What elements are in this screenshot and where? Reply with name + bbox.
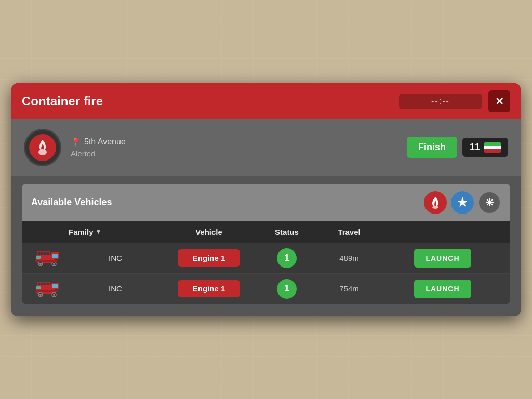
vehicles-table: Family ▼ Vehicle Status Travel <box>22 221 510 304</box>
sort-arrow-icon: ▼ <box>96 228 102 235</box>
svg-point-23 <box>53 294 55 296</box>
score-badge: 11 <box>462 138 508 157</box>
col-header-action <box>380 228 505 236</box>
col-header-travel: Travel <box>318 228 380 236</box>
vehicles-title: Available Vehicles <box>31 197 112 208</box>
table-row: INC Engine 1 1 754m LAUNCH <box>22 273 510 304</box>
location-row: 📍 5th Avenue <box>71 137 126 147</box>
row1-family: INC <box>69 254 162 262</box>
header-right: --:-- ✕ <box>399 90 510 112</box>
svg-rect-24 <box>36 286 41 289</box>
svg-rect-25 <box>35 290 58 292</box>
launch-button-2[interactable]: LAUNCH <box>414 280 471 298</box>
row2-icon <box>27 281 69 297</box>
col-header-family: Family ▼ <box>69 228 162 236</box>
location-text: 5th Avenue <box>84 137 126 147</box>
table-header: Family ▼ Vehicle Status Travel <box>22 221 510 243</box>
svg-point-8 <box>53 263 55 265</box>
row1-icon <box>27 250 69 266</box>
score-value: 11 <box>470 142 480 153</box>
svg-point-21 <box>39 294 42 296</box>
location-icon: 📍 <box>71 137 81 147</box>
col-header-status: Status <box>256 228 318 236</box>
row1-vehicle: Engine 1 <box>162 249 256 267</box>
flame-svg <box>35 139 50 156</box>
svg-rect-19 <box>52 284 58 288</box>
col-header-icon <box>27 228 69 236</box>
table-row: INC Engine 1 1 489m LAUNCH <box>22 243 510 273</box>
row2-status: 1 <box>256 279 318 299</box>
row2-vehicle: Engine 1 <box>162 280 256 297</box>
incident-info: 📍 5th Avenue Alerted <box>24 129 126 166</box>
info-section: 📍 5th Avenue Alerted Finish 11 <box>11 119 521 176</box>
fire-icon <box>29 134 56 161</box>
truck-icon-1 <box>35 250 60 266</box>
svg-rect-10 <box>35 260 58 262</box>
row2-family: INC <box>69 284 162 293</box>
modal-title: Container fire <box>22 94 103 109</box>
launch-button-1[interactable]: LAUNCH <box>414 249 471 268</box>
svg-point-0 <box>38 149 47 155</box>
row1-travel: 489m <box>318 254 380 262</box>
modal-header: Container fire --:-- ✕ <box>11 83 521 119</box>
filter-icons: ★ ✳ <box>424 191 501 214</box>
row1-launch: LAUNCH <box>380 249 505 268</box>
filter-medical-button[interactable]: ✳ <box>478 191 501 214</box>
row2-launch: LAUNCH <box>380 280 505 298</box>
timer-display: --:-- <box>399 94 482 109</box>
svg-point-1 <box>432 206 438 209</box>
vehicles-header: Available Vehicles ★ ✳ <box>22 184 510 221</box>
medical-icon: ✳ <box>485 196 494 209</box>
fire-filter-icon <box>430 196 441 209</box>
col-header-vehicle: Vehicle <box>162 228 256 236</box>
filter-star-button[interactable]: ★ <box>451 191 474 214</box>
flag-icon <box>484 142 501 153</box>
incident-status: Alerted <box>71 149 126 158</box>
header-actions: Finish 11 <box>407 137 508 158</box>
filter-fire-button[interactable] <box>424 191 447 214</box>
svg-rect-4 <box>52 254 58 258</box>
finish-button[interactable]: Finish <box>407 137 457 158</box>
fire-icon-circle <box>24 129 61 166</box>
incident-details: 📍 5th Avenue Alerted <box>71 137 126 158</box>
row2-travel: 754m <box>318 284 380 293</box>
row1-status: 1 <box>256 248 318 268</box>
star-icon: ★ <box>457 196 468 209</box>
close-button[interactable]: ✕ <box>488 90 510 112</box>
svg-point-6 <box>39 263 42 265</box>
vehicles-section: Available Vehicles ★ ✳ <box>11 176 521 316</box>
truck-icon-2 <box>35 281 60 297</box>
svg-rect-9 <box>36 256 41 259</box>
modal-container: Container fire --:-- ✕ 📍 5th Avenue <box>11 83 521 316</box>
